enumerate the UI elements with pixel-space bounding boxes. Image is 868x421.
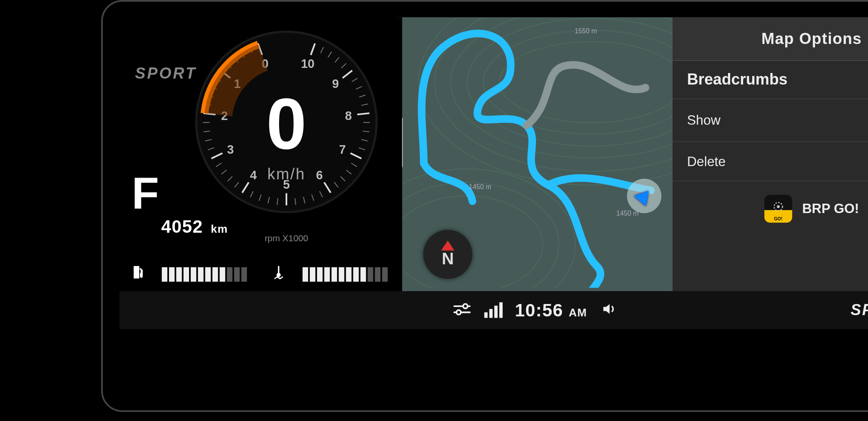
svg-point-75: [463, 304, 467, 308]
svg-point-77: [457, 310, 461, 314]
screen: SPORT 012345678910 0 km/h rpm X1000 F 40…: [119, 17, 868, 329]
map-options-panel: Map Options Breadcrumbs Show Delete GO!: [673, 17, 868, 291]
brp-go-row[interactable]: GO! BRP GO!: [673, 181, 868, 236]
status-center: 10:56 AM: [452, 300, 618, 320]
brp-go-label: BRP GO!: [802, 201, 859, 217]
temp-gauge: [303, 266, 387, 282]
odometer-value: 4052: [161, 216, 203, 237]
compass-letter: N: [442, 249, 454, 268]
speed-unit: km/h: [192, 165, 381, 183]
coolant-temp-icon: [270, 264, 287, 284]
device-frame: SPORT 012345678910 0 km/h rpm X1000 F 40…: [101, 0, 868, 412]
svg-text:10: 10: [301, 57, 315, 70]
map-view[interactable]: 1450 m1450 m1550 m N: [398, 17, 673, 291]
main-row: SPORT 012345678910 0 km/h rpm X1000 F 40…: [119, 17, 868, 291]
settings-icon[interactable]: [452, 301, 472, 319]
status-right: SPORT: [851, 301, 868, 319]
brp-go-app-icon: GO!: [764, 195, 792, 222]
show-label: Show: [687, 112, 720, 128]
odometer-unit: km: [211, 223, 228, 235]
delete-label: Delete: [687, 154, 725, 170]
fuel-gauge: [162, 266, 247, 282]
volume-icon[interactable]: [599, 301, 618, 319]
compass-button[interactable]: N: [423, 230, 472, 279]
drive-mode-label: SPORT: [135, 64, 197, 82]
current-location-marker: [627, 179, 661, 213]
speed-value: 0: [192, 88, 381, 160]
delete-breadcrumbs-row[interactable]: Delete: [673, 142, 868, 181]
show-breadcrumbs-row[interactable]: Show: [673, 99, 868, 142]
gauges-row: [129, 264, 392, 284]
odometer: 4052 km: [161, 216, 228, 237]
clock-ampm: AM: [569, 306, 587, 318]
breadcrumbs-section-header: Breadcrumbs: [673, 61, 868, 99]
svg-point-73: [777, 205, 780, 208]
brp-badge-text: GO!: [774, 216, 783, 222]
fuel-icon: [129, 264, 146, 284]
elevation-label: 1550 m: [575, 27, 597, 35]
location-arrow-icon: [634, 186, 655, 206]
clock-time: 10:56: [515, 300, 563, 320]
cell-signal-icon: [484, 302, 503, 318]
elevation-label: 1450 m: [469, 183, 491, 191]
options-header: Map Options: [673, 17, 868, 61]
status-mode-label[interactable]: SPORT: [851, 301, 868, 319]
gear-indicator: F: [132, 167, 159, 219]
clock: 10:56 AM: [515, 300, 587, 320]
status-bar: 10:56 AM SPORT: [119, 291, 868, 329]
tachometer: 012345678910 0 km/h rpm X1000: [192, 27, 381, 216]
options-title: Map Options: [761, 30, 862, 48]
gauge-panel: SPORT 012345678910 0 km/h rpm X1000 F 40…: [119, 17, 398, 291]
